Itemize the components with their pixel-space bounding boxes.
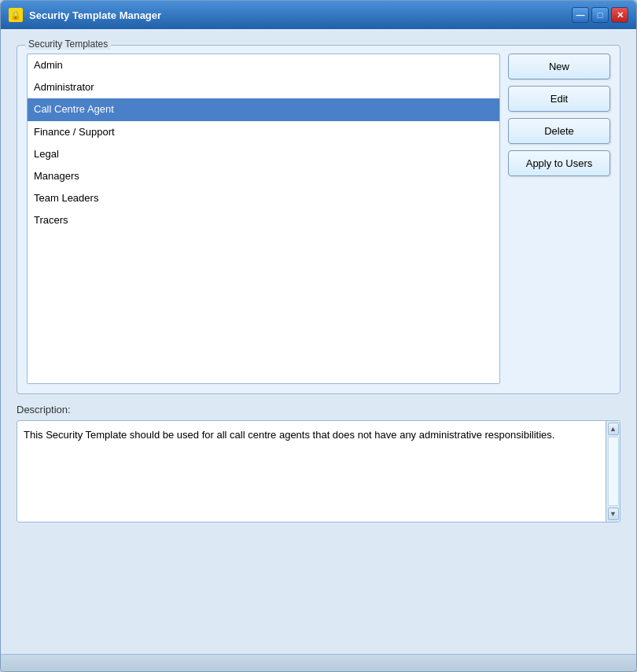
- list-item[interactable]: Managers: [28, 165, 499, 187]
- description-label: Description:: [17, 404, 620, 415]
- security-templates-group: Security Templates Admin Administrator C…: [17, 45, 620, 394]
- title-bar: 🔒 Security Template Manager — □ ✕: [1, 1, 636, 29]
- list-item[interactable]: Team Leaders: [28, 187, 499, 209]
- description-box: This Security Template should be used fo…: [17, 420, 620, 522]
- new-button[interactable]: New: [508, 54, 610, 79]
- list-item[interactable]: Tracers: [28, 209, 499, 231]
- button-panel: New Edit Delete Apply to Users: [508, 54, 610, 176]
- apply-to-users-button[interactable]: Apply to Users: [508, 150, 610, 176]
- status-bar: [1, 654, 636, 671]
- list-item[interactable]: Legal: [28, 143, 499, 165]
- minimize-button[interactable]: —: [572, 7, 589, 23]
- window-content: Security Templates Admin Administrator C…: [1, 29, 636, 654]
- main-window: 🔒 Security Template Manager — □ ✕ Securi…: [0, 0, 637, 672]
- description-section: Description: This Security Template shou…: [17, 404, 620, 522]
- edit-button[interactable]: Edit: [508, 86, 610, 112]
- title-bar-left: 🔒 Security Template Manager: [9, 8, 161, 22]
- scroll-down-button[interactable]: ▼: [608, 508, 619, 520]
- maximize-button[interactable]: □: [591, 7, 609, 23]
- list-item-selected[interactable]: Call Centre Agent: [28, 98, 499, 120]
- templates-list[interactable]: Admin Administrator Call Centre Agent Fi…: [27, 54, 500, 384]
- app-icon: 🔒: [9, 8, 23, 22]
- group-title: Security Templates: [25, 39, 111, 50]
- list-item[interactable]: Admin: [28, 54, 499, 76]
- list-item[interactable]: Finance / Support: [28, 121, 499, 143]
- scroll-track[interactable]: [608, 437, 619, 506]
- window-title: Security Template Manager: [29, 9, 161, 21]
- description-text: This Security Template should be used fo…: [17, 421, 606, 522]
- delete-button[interactable]: Delete: [508, 118, 610, 144]
- window-controls: — □ ✕: [572, 7, 628, 23]
- close-button[interactable]: ✕: [611, 7, 628, 23]
- description-scrollbar: ▲ ▼: [606, 421, 620, 522]
- scroll-up-button[interactable]: ▲: [608, 423, 619, 435]
- list-item[interactable]: Administrator: [28, 76, 499, 98]
- templates-section: Admin Administrator Call Centre Agent Fi…: [27, 54, 610, 384]
